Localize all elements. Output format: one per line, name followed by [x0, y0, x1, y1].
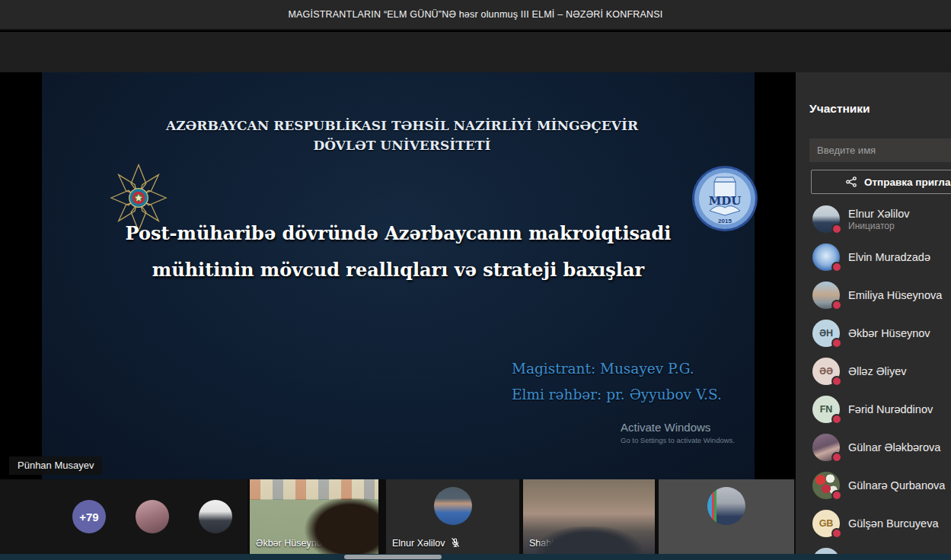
participant-row[interactable]: Gülnarə Qurbanova — [796, 466, 951, 504]
participant-row[interactable]: ƏH Əkbər Hüseynov — [796, 314, 951, 352]
mic-off-icon — [450, 537, 461, 549]
mic-off-icon — [332, 537, 343, 549]
mute-badge-icon — [831, 300, 842, 310]
horizontal-scrollbar-thumb[interactable] — [344, 555, 442, 559]
participant-row[interactable]: Elvin Muradzadə — [796, 238, 951, 276]
overflow-participants-zone: +79 — [0, 479, 247, 554]
participants-list: Elnur XəlilovИнициатор Elvin Muradzadə E… — [796, 200, 951, 560]
participant-row[interactable]: ƏƏ Əlləz Əliyev — [796, 352, 951, 390]
video-tile[interactable] — [659, 479, 794, 554]
avatar — [812, 472, 840, 499]
overflow-count-badge[interactable]: +79 — [72, 500, 106, 533]
avatar — [707, 487, 745, 525]
avatar[interactable] — [199, 500, 232, 533]
participant-row[interactable]: FN Fərid Nurəddinov — [796, 390, 951, 428]
mute-badge-icon — [831, 414, 842, 425]
participants-panel: Участники Отправка пригла Elnur XəlilovИ… — [796, 72, 951, 560]
mute-badge-icon — [831, 224, 842, 234]
avatar — [812, 282, 840, 309]
video-tile[interactable]: Shahin Bayramov — [523, 479, 655, 554]
slide-title: Post-müharibə dövründə Azərbaycanın makr… — [101, 215, 695, 288]
svg-text:2015: 2015 — [718, 218, 732, 224]
mute-badge-icon — [831, 376, 842, 387]
meeting-title: MAGİSTRANTLARIN “ELM GÜNÜ”NƏ həsr olunmu… — [288, 9, 662, 20]
video-tile-label: Shahin Bayramov — [529, 538, 605, 549]
participant-row[interactable]: Gülnar Ələkbərova — [796, 428, 951, 466]
presenter-name-label: Pünhan Musayev — [9, 457, 102, 475]
avatar: ƏH — [812, 320, 840, 347]
mute-badge-icon — [831, 528, 842, 539]
avatar: GB — [812, 510, 840, 537]
video-tile[interactable]: Elnur Xəlilov — [386, 479, 519, 554]
video-tile-label: Əkbər Hüseynov — [256, 537, 343, 549]
mute-badge-icon — [831, 490, 842, 501]
avatar: FN — [812, 396, 840, 423]
participant-row[interactable]: GB Gülşən Burcuyeva — [796, 504, 951, 542]
avatar — [812, 205, 840, 233]
shared-screen-stage: AZƏRBAYCAN RESPUBLİKASI TƏHSİL NAZİRLİYİ… — [0, 72, 794, 479]
university-mdu-logo: MDU 2015 — [691, 165, 758, 232]
participant-row[interactable]: Elnur XəlilovИнициатор — [796, 200, 951, 238]
avatar: ƏƏ — [812, 358, 840, 385]
share-invite-icon — [845, 176, 857, 188]
avatar — [812, 434, 840, 461]
window-title-bar: MAGİSTRANTLARIN “ELM GÜNÜ”NƏ həsr olunmu… — [0, 0, 951, 30]
slide-header: AZƏRBAYCAN RESPUBLİKASI TƏHSİL NAZİRLİYİ… — [156, 116, 648, 156]
video-tile-label: Elnur Xəlilov — [392, 537, 461, 549]
bottom-edge-bar — [0, 554, 951, 560]
svg-text:MDU: MDU — [709, 194, 742, 208]
search-input[interactable] — [809, 138, 951, 162]
mute-badge-icon — [831, 262, 842, 272]
presentation-slide: AZƏRBAYCAN RESPUBLİKASI TƏHSİL NAZİRLİYİ… — [42, 72, 755, 479]
avatar — [812, 243, 840, 271]
avatar — [434, 487, 472, 525]
meeting-toolbar: --:-- Запросить управление — [0, 32, 951, 72]
avatar[interactable] — [136, 500, 169, 533]
participants-panel-title: Участники — [809, 102, 870, 116]
activate-windows-watermark: Activate Windows Go to Settings to activ… — [621, 421, 735, 444]
mute-badge-icon — [831, 338, 842, 348]
send-invite-button[interactable]: Отправка пригла — [811, 170, 951, 194]
meeting-window: MAGİSTRANTLARIN “ELM GÜNÜ”NƏ həsr olunmu… — [0, 0, 951, 560]
slide-credits: Magistrant: Musayev P.G. Elmi rəhbər: pr… — [512, 356, 722, 408]
video-filmstrip: +79 Əkbər Hüseynov Elnur Xəlilov — [0, 479, 796, 554]
participant-row[interactable]: Emiliya Hüseynova — [796, 276, 951, 314]
video-tile[interactable]: Əkbər Hüseynov — [250, 479, 378, 554]
mute-badge-icon — [831, 452, 842, 463]
